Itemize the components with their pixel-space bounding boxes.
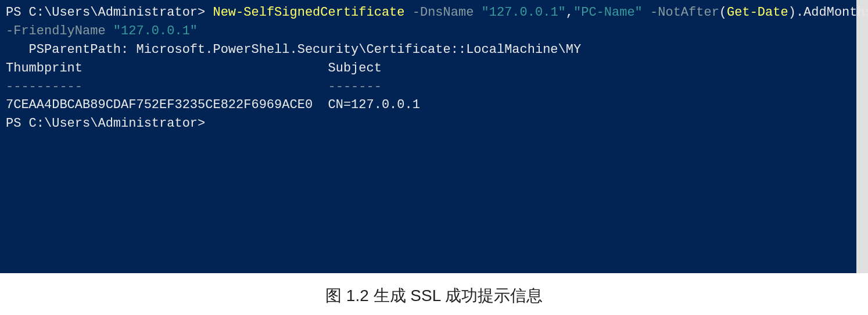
- string-ip: "127.0.0.1": [482, 5, 566, 20]
- lparen: (: [719, 5, 727, 20]
- prompt-text: PS C:\Users\Administrator>: [6, 5, 205, 20]
- table-divider: ---------- -------: [6, 78, 851, 96]
- prompt-2: PS C:\Users\Administrator>: [6, 114, 851, 133]
- rparen: ): [788, 5, 796, 20]
- string-pcname: "PC-Name": [573, 5, 643, 20]
- command-line-2: -FriendlyName "127.0.0.1": [6, 22, 851, 41]
- comma: ,: [566, 5, 573, 20]
- param-dnsname: -DnsName: [413, 5, 474, 20]
- string-friendly: "127.0.0.1": [113, 24, 198, 38]
- table-header: Thumbprint Subject: [6, 59, 851, 78]
- powershell-terminal: PS C:\Users\Administrator> New-SelfSigne…: [0, 0, 868, 273]
- param-friendlyname: -FriendlyName: [6, 24, 106, 38]
- table-row: 7CEAA4DBCAB89CDAF752EF3235CE822F6969ACE0…: [6, 96, 851, 114]
- psparentpath-text: PSParentPath: Microsoft.PowerShell.Secur…: [29, 42, 582, 57]
- psparentpath-line: PSParentPath: Microsoft.PowerShell.Secur…: [6, 41, 851, 59]
- param-notafter: -NotAfter: [650, 5, 719, 20]
- command-line-1: PS C:\Users\Administrator> New-SelfSigne…: [6, 3, 851, 22]
- getdate-cmdlet: Get-Date: [727, 5, 788, 20]
- cmdlet-name: New-SelfSignedCertificate: [213, 5, 404, 20]
- figure-caption: 图 1.2 生成 SSL 成功提示信息: [0, 273, 868, 307]
- addmonths-method: .AddMonths: [796, 5, 868, 20]
